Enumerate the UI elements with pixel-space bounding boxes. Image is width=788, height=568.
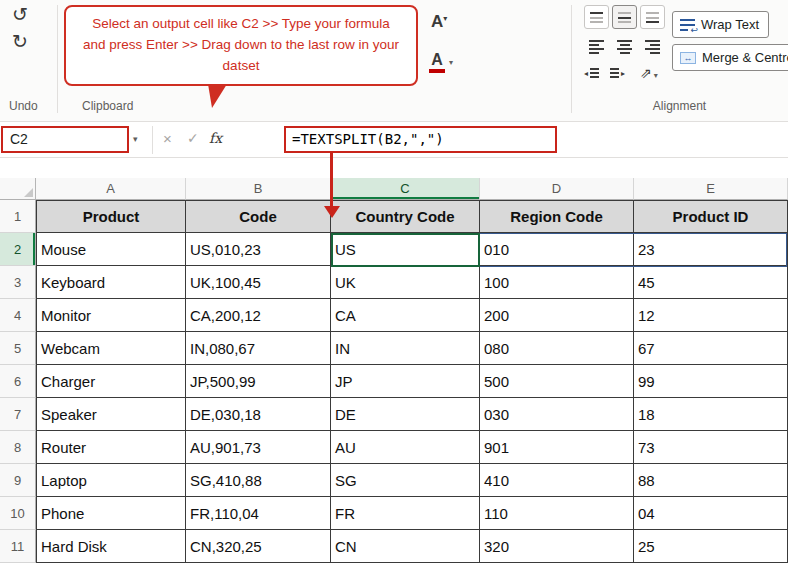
cell-D5[interactable]: 080 (480, 332, 634, 365)
row-header-10[interactable]: 10 (0, 497, 36, 530)
cell-E4[interactable]: 12 (634, 299, 788, 332)
cell-E10[interactable]: 04 (634, 497, 788, 530)
cell-E8[interactable]: 73 (634, 431, 788, 464)
row-header-3[interactable]: 3 (0, 266, 36, 299)
wrap-return-icon: ↩ (690, 25, 698, 35)
cell-E2[interactable]: 23 (634, 233, 788, 266)
enter-icon[interactable]: ✓ (187, 130, 199, 146)
cell-B11[interactable]: CN,320,25 (186, 530, 331, 563)
cell-C8[interactable]: AU (331, 431, 480, 464)
undo-button[interactable]: ↺ (12, 5, 28, 24)
cell-C7[interactable]: DE (331, 398, 480, 431)
cell-B4[interactable]: CA,200,12 (186, 299, 331, 332)
cell-D9[interactable]: 410 (480, 464, 634, 497)
align-right-button[interactable] (645, 40, 660, 54)
cell-B8[interactable]: AU,901,73 (186, 431, 331, 464)
cell-B2[interactable]: US,010,23 (186, 233, 331, 266)
cell-C1[interactable]: Country Code (331, 200, 480, 233)
insert-function-icon[interactable]: fx (209, 130, 222, 146)
cell-A11[interactable]: Hard Disk (36, 530, 186, 563)
select-all-button[interactable] (0, 178, 36, 200)
cell-B3[interactable]: UK,100,45 (186, 266, 331, 299)
cell-D3[interactable]: 100 (480, 266, 634, 299)
column-header-A[interactable]: A (36, 178, 186, 200)
cell-D6[interactable]: 500 (480, 365, 634, 398)
cell-D10[interactable]: 110 (480, 497, 634, 530)
name-box[interactable]: C2 (10, 131, 28, 147)
sheet-grid: ABCDE1ProductCodeCountry CodeRegion Code… (0, 178, 788, 563)
cell-E5[interactable]: 67 (634, 332, 788, 365)
cell-C6[interactable]: JP (331, 365, 480, 398)
cell-D7[interactable]: 030 (480, 398, 634, 431)
orientation-dropdown-icon: ▾ (654, 71, 658, 80)
cell-B9[interactable]: SG,410,88 (186, 464, 331, 497)
decrease-indent-button[interactable]: ◂ (584, 68, 599, 78)
row-header-2[interactable]: 2 (0, 233, 36, 266)
redo-button[interactable]: ↻ (12, 32, 28, 51)
align-bottom-button[interactable] (640, 5, 665, 29)
cell-E9[interactable]: 88 (634, 464, 788, 497)
cell-B10[interactable]: FR,110,04 (186, 497, 331, 530)
align-left-button[interactable] (589, 40, 604, 54)
column-header-B[interactable]: B (186, 178, 331, 200)
cell-E11[interactable]: 25 (634, 530, 788, 563)
font-color-button[interactable]: A ▾ (429, 52, 453, 73)
cell-D11[interactable]: 320 (480, 530, 634, 563)
cell-A2[interactable]: Mouse (36, 233, 186, 266)
cell-C9[interactable]: SG (331, 464, 480, 497)
cell-C11[interactable]: CN (331, 530, 480, 563)
row-header-6[interactable]: 6 (0, 365, 36, 398)
wrap-text-label: Wrap Text (701, 17, 759, 32)
formula-input[interactable]: =TEXTSPLIT(B2,",") (292, 131, 444, 147)
cell-C3[interactable]: UK (331, 266, 480, 299)
column-header-E[interactable]: E (634, 178, 788, 200)
merge-centre-button[interactable]: ↔ Merge & Centre (672, 44, 788, 71)
cell-B5[interactable]: IN,080,67 (186, 332, 331, 365)
cell-A3[interactable]: Keyboard (36, 266, 186, 299)
row-header-4[interactable]: 4 (0, 299, 36, 332)
wrap-text-button[interactable]: ↩ Wrap Text (672, 11, 769, 38)
cell-A9[interactable]: Laptop (36, 464, 186, 497)
cell-E6[interactable]: 99 (634, 365, 788, 398)
cell-C10[interactable]: FR (331, 497, 480, 530)
cell-C4[interactable]: CA (331, 299, 480, 332)
cell-A7[interactable]: Speaker (36, 398, 186, 431)
cell-A6[interactable]: Charger (36, 365, 186, 398)
cell-B7[interactable]: DE,030,18 (186, 398, 331, 431)
column-header-D[interactable]: D (480, 178, 634, 200)
cell-E1[interactable]: Product ID (634, 200, 788, 233)
cell-D2[interactable]: 010 (480, 233, 634, 266)
column-header-C[interactable]: C (331, 178, 480, 200)
orientation-button[interactable]: ⇗▾ (640, 65, 658, 81)
increase-indent-button[interactable]: ▸ (610, 68, 625, 78)
cell-A5[interactable]: Webcam (36, 332, 186, 365)
cell-B6[interactable]: JP,500,99 (186, 365, 331, 398)
row-header-8[interactable]: 8 (0, 431, 36, 464)
row-header-1[interactable]: 1 (0, 200, 36, 233)
align-middle-button[interactable] (612, 5, 637, 29)
cell-C5[interactable]: IN (331, 332, 480, 365)
align-center-button[interactable] (617, 40, 632, 54)
merge-arrows-icon: ↔ (684, 53, 693, 63)
cell-A4[interactable]: Monitor (36, 299, 186, 332)
cell-B1[interactable]: Code (186, 200, 331, 233)
cell-C2[interactable]: US (331, 233, 480, 266)
row-header-7[interactable]: 7 (0, 398, 36, 431)
name-box-dropdown-icon[interactable]: ▾ (133, 134, 138, 144)
cell-D1[interactable]: Region Code (480, 200, 634, 233)
cell-E7[interactable]: 18 (634, 398, 788, 431)
cell-D4[interactable]: 200 (480, 299, 634, 332)
grow-font-button[interactable]: A▾ (431, 12, 447, 32)
cancel-icon[interactable]: × (163, 130, 172, 147)
row-header-9[interactable]: 9 (0, 464, 36, 497)
row-header-5[interactable]: 5 (0, 332, 36, 365)
cell-D8[interactable]: 901 (480, 431, 634, 464)
font-color-swatch (429, 69, 445, 73)
cell-A8[interactable]: Router (36, 431, 186, 464)
cell-A10[interactable]: Phone (36, 497, 186, 530)
font-color-dropdown-icon[interactable]: ▾ (449, 58, 453, 67)
align-top-button[interactable] (584, 5, 609, 29)
row-header-11[interactable]: 11 (0, 530, 36, 563)
cell-E3[interactable]: 45 (634, 266, 788, 299)
cell-A1[interactable]: Product (36, 200, 186, 233)
